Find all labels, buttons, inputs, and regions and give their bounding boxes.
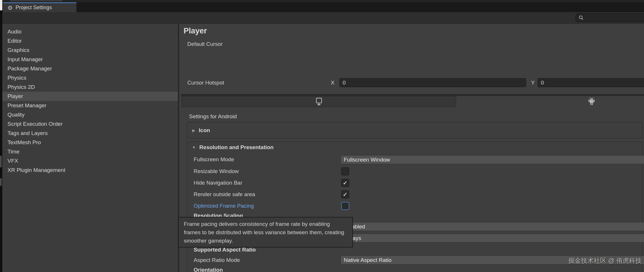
optimized-frame-pacing-label: Optimized Frame Pacing: [194, 203, 254, 209]
check-icon: ✓: [343, 180, 348, 186]
sidebar-item-textmesh-pro[interactable]: TextMesh Pro: [2, 138, 178, 147]
background-window-edge-dark: [0, 10, 2, 272]
icon-section-header[interactable]: Icon: [199, 127, 210, 134]
sidebar-item-player[interactable]: Player: [2, 92, 178, 101]
sidebar-item-input-manager[interactable]: Input Manager: [2, 55, 178, 64]
render-outside-safe-area-checkbox[interactable]: ✓: [341, 190, 349, 198]
resizable-window-label: Resizable Window: [194, 168, 239, 175]
sidebar-item-package-manager[interactable]: Package Manager: [2, 64, 178, 73]
platform-tab-android[interactable]: [456, 96, 644, 107]
window-tab-bar: ⚙ Project Settings: [0, 2, 644, 12]
frame-pacing-tooltip: Frame pacing delivers consistency of fra…: [178, 217, 353, 247]
default-cursor-label: Default Cursor: [187, 41, 223, 47]
search-input[interactable]: [575, 13, 644, 22]
settings-category-list: Audio Editor Graphics Input Manager Pack…: [2, 24, 178, 272]
settings-for-platform-label: Settings for Android: [189, 113, 237, 120]
project-settings-window: ⚙ Project Settings Audio Editor Graphics…: [0, 0, 644, 272]
fullscreen-mode-dropdown[interactable]: Fullscreen Window: [341, 155, 644, 164]
background-window-fragment: [0, 156, 2, 167]
platform-tabbar-strip: [181, 94, 644, 96]
hide-navigation-bar-label: Hide Navigation Bar: [194, 180, 242, 186]
watermark: 掘金技术社区 @ 侑虎科技: [568, 256, 642, 265]
supported-aspect-ratio-subheader: Supported Aspect Ratio: [194, 247, 256, 253]
resizable-window-checkbox[interactable]: [341, 167, 349, 175]
cursor-hotspot-label: Cursor Hotspot: [187, 80, 224, 86]
sidebar-item-physics-2d[interactable]: Physics 2D: [2, 82, 178, 92]
sidebar-item-preset-manager[interactable]: Preset Manager: [2, 101, 178, 110]
toolbar: [2, 12, 644, 24]
gear-icon: ⚙: [7, 5, 13, 11]
chevron-down-icon[interactable]: ▼: [192, 145, 196, 150]
blit-type-dropdown[interactable]: Always: [341, 234, 644, 243]
hotspot-y-label: Y: [531, 80, 535, 86]
optimized-frame-pacing-checkbox[interactable]: [341, 202, 349, 210]
sidebar-item-quality[interactable]: Quality: [2, 110, 178, 119]
sidebar-item-graphics[interactable]: Graphics: [2, 46, 178, 55]
aspect-ratio-mode-label: Aspect Ratio Mode: [194, 257, 240, 263]
sidebar-item-script-execution-order[interactable]: Script Execution Order: [2, 119, 178, 129]
icon-section: ▶ Icon: [187, 122, 643, 138]
hotspot-x-input[interactable]: 0: [339, 78, 526, 87]
sidebar-item-xr-plugin-management[interactable]: XR Plugin Management: [2, 166, 178, 175]
page-title: Player: [184, 27, 207, 35]
chevron-right-icon[interactable]: ▶: [192, 128, 195, 133]
tab-project-settings[interactable]: ⚙ Project Settings: [3, 2, 76, 12]
sidebar-item-editor[interactable]: Editor: [2, 36, 178, 46]
tab-title: Project Settings: [16, 5, 52, 11]
orientation-subheader: Orientation: [194, 267, 223, 272]
background-window-edge: [0, 0, 2, 10]
sidebar-item-vfx[interactable]: VFX: [2, 156, 178, 166]
resolution-section-header[interactable]: Resolution and Presentation: [199, 144, 274, 151]
background-window-strip: [0, 0, 644, 2]
monitor-icon: [315, 97, 323, 106]
hotspot-y-input[interactable]: 0: [538, 78, 644, 87]
render-outside-safe-area-label: Render outside safe area: [194, 191, 255, 198]
fullscreen-mode-label: Fullscreen Mode: [194, 156, 234, 163]
background-window-fragment: [0, 178, 2, 186]
hotspot-x-label: X: [331, 80, 335, 86]
sidebar-item-physics[interactable]: Physics: [2, 73, 178, 82]
sidebar-item-audio[interactable]: Audio: [2, 27, 178, 36]
sidebar-item-tags-and-layers[interactable]: Tags and Layers: [2, 129, 178, 138]
hide-navigation-bar-checkbox[interactable]: ✓: [341, 179, 349, 187]
android-icon: [588, 97, 595, 106]
search-icon: [578, 15, 584, 21]
sidebar-item-time[interactable]: Time: [2, 147, 178, 156]
platform-tab-desktop[interactable]: [182, 96, 456, 107]
check-icon: ✓: [343, 192, 348, 197]
resolution-scaling-mode-dropdown[interactable]: Disabled: [341, 222, 644, 231]
background-tab-fragment: [10, 0, 62, 1]
